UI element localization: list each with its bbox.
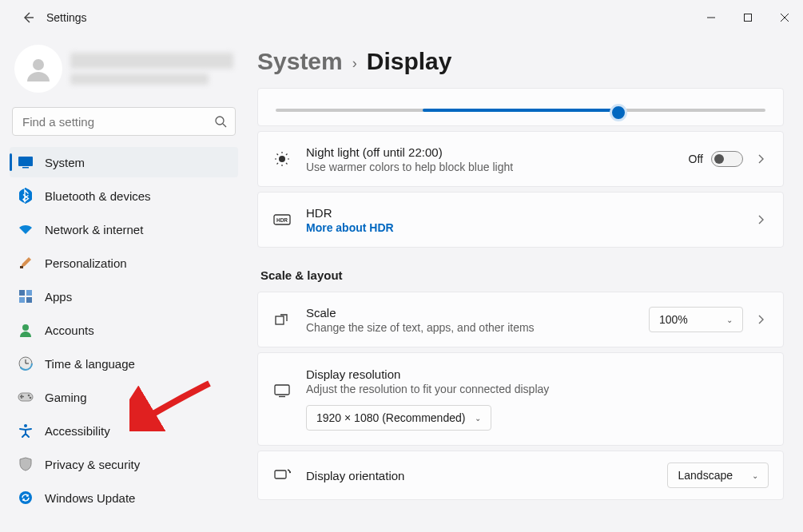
shield-icon xyxy=(18,456,34,472)
svg-point-22 xyxy=(28,395,30,397)
sidebar-item-label: System xyxy=(45,156,85,169)
orientation-icon xyxy=(273,468,291,482)
scale-row[interactable]: Scale Change the size of text, apps, and… xyxy=(258,292,783,347)
bluetooth-icon xyxy=(18,188,34,204)
resolution-value: 1920 × 1080 (Recommended) xyxy=(316,411,465,424)
hdr-link[interactable]: More about HDR xyxy=(306,221,743,234)
window-title: Settings xyxy=(46,11,87,24)
search-box[interactable] xyxy=(12,107,236,136)
chevron-right-icon: › xyxy=(352,55,357,72)
resolution-subtitle: Adjust the resolution to fit your connec… xyxy=(306,383,769,395)
hdr-icon: HDR xyxy=(273,213,291,226)
close-icon xyxy=(780,13,789,22)
svg-point-25 xyxy=(19,491,32,504)
breadcrumb-current: Display xyxy=(367,48,452,75)
sidebar-item-label: Accessibility xyxy=(45,424,110,438)
search-icon xyxy=(214,115,227,128)
night-light-subtitle: Use warmer colors to help block blue lig… xyxy=(306,161,674,173)
resolution-dropdown[interactable]: 1920 × 1080 (Recommended) ⌄ xyxy=(306,405,491,431)
close-button[interactable] xyxy=(766,0,803,35)
scale-value: 100% xyxy=(659,313,688,326)
svg-rect-13 xyxy=(26,290,32,296)
svg-line-31 xyxy=(277,154,279,156)
sidebar-item-accessibility[interactable]: Accessibility xyxy=(10,415,238,446)
breadcrumb: System › Display xyxy=(257,48,784,75)
person-icon xyxy=(18,322,34,338)
svg-rect-11 xyxy=(20,266,23,268)
night-light-toggle[interactable] xyxy=(711,151,743,167)
arrow-left-icon xyxy=(22,11,34,24)
scale-subtitle: Change the size of text, apps, and other… xyxy=(306,321,634,334)
chevron-right-icon xyxy=(757,214,769,225)
svg-rect-40 xyxy=(275,470,286,478)
svg-line-7 xyxy=(223,124,226,127)
sidebar-item-accounts[interactable]: Accounts xyxy=(10,315,238,345)
scale-dropdown[interactable]: 100% ⌄ xyxy=(649,307,743,332)
night-light-state-label: Off xyxy=(689,153,703,165)
breadcrumb-parent[interactable]: System xyxy=(257,48,343,75)
orientation-title: Display orientation xyxy=(306,469,653,482)
sidebar-item-time-language[interactable]: Time & language xyxy=(10,348,238,379)
svg-point-6 xyxy=(216,117,224,125)
user-icon xyxy=(24,54,53,83)
back-button[interactable] xyxy=(21,10,35,25)
sidebar-item-gaming[interactable]: Gaming xyxy=(10,382,238,412)
scale-title: Scale xyxy=(306,306,634,320)
svg-text:HDR: HDR xyxy=(276,217,288,223)
apps-icon xyxy=(18,288,34,304)
scale-icon xyxy=(274,312,290,328)
chevron-down-icon: ⌄ xyxy=(752,471,758,480)
chevron-right-icon xyxy=(757,153,769,165)
system-icon xyxy=(18,154,34,170)
chevron-down-icon: ⌄ xyxy=(726,316,733,324)
svg-point-23 xyxy=(30,397,32,399)
svg-point-16 xyxy=(22,324,29,331)
night-light-row[interactable]: Night light (off until 22:00) Use warmer… xyxy=(258,132,783,186)
brightness-slider[interactable] xyxy=(276,101,765,117)
sidebar-item-label: Windows Update xyxy=(45,491,135,505)
svg-rect-8 xyxy=(18,157,33,166)
sidebar-item-label: Privacy & security xyxy=(45,458,140,471)
sidebar-item-label: Personalization xyxy=(45,256,127,270)
sidebar-item-apps[interactable]: Apps xyxy=(10,281,238,312)
account-header[interactable] xyxy=(10,40,238,105)
svg-rect-15 xyxy=(26,297,32,303)
svg-rect-2 xyxy=(745,14,752,22)
search-input[interactable] xyxy=(21,114,214,129)
svg-rect-9 xyxy=(22,167,29,169)
resolution-icon xyxy=(273,383,291,398)
avatar xyxy=(14,45,62,93)
orientation-dropdown[interactable]: Landscape ⌄ xyxy=(667,463,769,488)
orientation-value: Landscape xyxy=(678,469,733,482)
sidebar-item-label: Gaming xyxy=(45,391,87,404)
sidebar-item-network-internet[interactable]: Network & internet xyxy=(10,214,238,244)
orientation-row: Display orientation Landscape ⌄ xyxy=(258,451,783,499)
resolution-title: Display resolution xyxy=(306,367,769,381)
hdr-title: HDR xyxy=(306,206,743,220)
sidebar-item-system[interactable]: System xyxy=(10,147,238,177)
hdr-row[interactable]: HDR HDR More about HDR xyxy=(258,193,783,247)
svg-point-26 xyxy=(279,156,285,162)
minimize-button[interactable] xyxy=(693,0,729,35)
sidebar-item-bluetooth-devices[interactable]: Bluetooth & devices xyxy=(10,181,238,211)
sidebar-item-privacy-security[interactable]: Privacy & security xyxy=(10,449,238,479)
chevron-down-icon: ⌄ xyxy=(475,414,481,423)
svg-line-34 xyxy=(286,154,288,156)
svg-point-5 xyxy=(33,59,44,70)
resolution-row: Display resolution Adjust the resolution… xyxy=(258,353,783,445)
wifi-icon xyxy=(18,221,34,237)
sidebar-item-label: Accounts xyxy=(45,324,94,337)
sidebar-item-label: Bluetooth & devices xyxy=(45,189,151,203)
svg-rect-14 xyxy=(19,297,25,303)
maximize-button[interactable] xyxy=(729,0,766,35)
section-scale-layout: Scale & layout xyxy=(260,268,781,282)
minimize-icon xyxy=(706,13,716,22)
svg-rect-38 xyxy=(275,385,289,395)
sidebar-item-label: Apps xyxy=(45,290,72,304)
game-icon xyxy=(18,389,34,405)
night-light-title: Night light (off until 22:00) xyxy=(306,145,674,159)
access-icon xyxy=(18,423,34,439)
sidebar-item-personalization[interactable]: Personalization xyxy=(10,248,238,278)
sidebar-item-windows-update[interactable]: Windows Update xyxy=(10,482,238,513)
sidebar-item-label: Time & language xyxy=(45,357,135,371)
